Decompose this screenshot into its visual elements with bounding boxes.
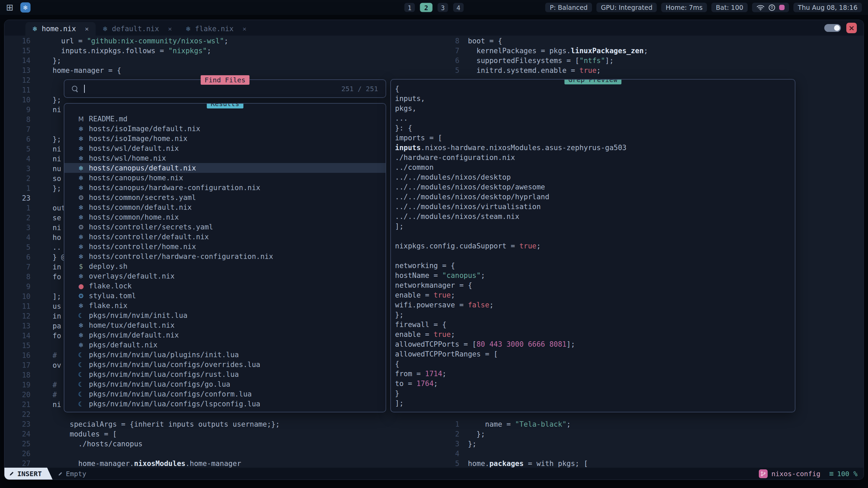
code-line: 26: [4, 449, 280, 459]
code-line: to = 1764;: [395, 379, 795, 389]
line-number: 8: [4, 115, 31, 125]
nix-file-icon: ❄: [77, 204, 85, 211]
tray-indicator-icon[interactable]: [779, 5, 785, 10]
nix-file-icon: ❄: [185, 25, 191, 33]
line-number: 5: [4, 144, 31, 154]
result-item[interactable]: ❄hosts/isoImage/default.nix: [64, 124, 386, 134]
result-item[interactable]: ☾pkgs/nvim/nvim/lua/plugins/init.lua: [64, 350, 386, 360]
code-line: 23 specialArgs = {inherit inputs outputs…: [4, 420, 280, 429]
nix-logo-icon[interactable]: ❄: [20, 2, 31, 13]
tab-label: home.nix: [42, 25, 76, 33]
line-number: 15: [4, 341, 31, 351]
clock[interactable]: Thu Aug 08, 18:16: [793, 3, 862, 12]
result-item[interactable]: ⚙hosts/common/secrets.yaml: [64, 192, 386, 202]
workspace-button-1[interactable]: 1: [405, 3, 415, 12]
editor-area: 16 url = "github:nix-community/nixos-wsl…: [4, 36, 864, 468]
editor-pane-right-top[interactable]: 8boot = {7 kernelPackages = pkgs.linuxPa…: [442, 36, 648, 76]
result-item[interactable]: ❄hosts/controller/hardware-configuration…: [64, 251, 386, 261]
code-line: imports = [: [395, 133, 795, 143]
code-line: 16 url = "github:nix-community/nixos-wsl…: [4, 36, 280, 46]
result-item[interactable]: ⚙hosts/controller/secrets.yaml: [64, 222, 386, 232]
window-close-button[interactable]: ×: [846, 23, 857, 33]
result-item[interactable]: ❄hosts/common/default.nix: [64, 202, 386, 212]
pencil-icon: [9, 471, 14, 476]
result-item[interactable]: ●flake.lock: [64, 281, 386, 291]
result-item[interactable]: ☾pkgs/nvim/nvim/lua/configs/lspconfig.lu…: [64, 399, 386, 409]
wifi-icon[interactable]: [756, 4, 765, 11]
lock-file-icon: ●: [77, 282, 85, 290]
result-item[interactable]: ❄hosts/controller/default.nix: [64, 232, 386, 242]
workspace-button-2[interactable]: 2: [420, 3, 433, 12]
topbar-right: P: Balanced GPU: Integrated Home: 7ms Ba…: [545, 3, 862, 12]
repo-name: nixos-config: [771, 470, 821, 478]
result-item[interactable]: ☾pkgs/nvim/nvim/lua/configs/rust.lua: [64, 369, 386, 379]
line-number: 27: [4, 459, 31, 468]
result-item[interactable]: ☾pkgs/nvim/nvim/lua/configs/overrides.lu…: [64, 360, 386, 369]
code-line: [395, 231, 795, 241]
code-line: ../../modules/nixos/desktop/hyprland: [395, 192, 795, 202]
result-item[interactable]: ❄pkgs/nvim/default.nix: [64, 330, 386, 340]
result-item[interactable]: ❄flake.nix: [64, 301, 386, 310]
md-file-icon: M: [77, 115, 85, 123]
desktop: ⊞ ❄ 1 2 3 4 P: Balanced GPU: Integrated …: [0, 0, 868, 488]
tab-flake-nix[interactable]: ❄ flake.nix ×: [179, 22, 253, 36]
workspace-switcher: 1 2 3 4: [405, 3, 464, 12]
file-name: overlays/default.nix: [89, 272, 175, 280]
file-name: hosts/controller/default.nix: [89, 233, 209, 241]
tab-close-icon[interactable]: ×: [85, 25, 89, 33]
result-item[interactable]: ❄overlays/default.nix: [64, 271, 386, 281]
lua-file-icon: ☾: [77, 400, 85, 408]
toggle-button[interactable]: [824, 24, 841, 32]
tab-default-nix[interactable]: ❄ default.nix ×: [96, 22, 179, 36]
file-name: hosts/controller/home.nix: [89, 243, 196, 251]
apps-menu-icon[interactable]: ⊞: [6, 3, 14, 12]
code-line: 1 name = "Tela-black";: [442, 420, 588, 429]
topbar-left: ⊞ ❄: [6, 2, 31, 13]
line-number: 6: [4, 135, 31, 144]
file-name: hosts/common/home.nix: [89, 213, 179, 221]
file-name: pkgs/nvim/nvim/lua/plugins/init.lua: [89, 351, 239, 359]
result-item[interactable]: ❄hosts/canopus/default.nix: [64, 163, 386, 173]
workspace-button-4[interactable]: 4: [453, 3, 464, 12]
code-line: ./hardware-configuration.nix: [395, 153, 795, 163]
result-item[interactable]: ☾pkgs/nvim/nvim/lua/configs/conform.lua: [64, 389, 386, 399]
tab-close-icon[interactable]: ×: [242, 25, 246, 33]
tabline-controls: ×: [824, 20, 864, 36]
nix-file-icon: ❄: [77, 253, 85, 260]
workspace-button-3[interactable]: 3: [438, 3, 448, 12]
line-number: 22: [4, 410, 31, 420]
editor-pane-right-bottom[interactable]: 1 name = "Tela-black";2 };3};45home.pack…: [442, 420, 588, 468]
tab-home-nix[interactable]: ❄ home.nix ×: [25, 22, 96, 36]
result-item[interactable]: ❄hosts/wsl/default.nix: [64, 143, 386, 153]
result-item[interactable]: ❄hosts/canopus/hardware-configuration.ni…: [64, 183, 386, 192]
terminal-window: ❄ home.nix × ❄ default.nix × ❄ flake.nix…: [4, 20, 864, 480]
result-item[interactable]: ☾pkgs/nvim/nvim/lua/configs/go.lua: [64, 379, 386, 389]
result-item[interactable]: ❄hosts/isoImage/home.nix: [64, 134, 386, 143]
line-number: 5: [442, 66, 459, 76]
line-number: 12: [4, 76, 31, 85]
pencil-icon: [58, 471, 63, 476]
line-number: 1: [4, 203, 31, 213]
result-item[interactable]: ⚙stylua.toml: [64, 291, 386, 301]
nix-file-icon: ❄: [77, 322, 85, 329]
notification-count[interactable]: 0: [769, 4, 775, 11]
result-item[interactable]: ❄home/tux/default.nix: [64, 320, 386, 330]
code-line: nixpkgs.config.cudaSupport = true;: [395, 241, 795, 251]
tab-close-icon[interactable]: ×: [168, 25, 172, 33]
result-item[interactable]: ❄hosts/controller/home.nix: [64, 242, 386, 251]
powerline-separator: [47, 468, 53, 480]
yaml-file-icon: ⚙: [77, 194, 85, 201]
result-item[interactable]: $deploy.sh: [64, 261, 386, 271]
code-line: }: [395, 389, 795, 399]
file-name: hosts/isoImage/home.nix: [89, 135, 188, 143]
code-line: from = 1714;: [395, 369, 795, 379]
line-number: 15: [4, 46, 31, 56]
result-item[interactable]: ❄hosts/wsl/home.nix: [64, 153, 386, 163]
file-name: pkgs/default.nix: [89, 341, 157, 349]
code-line: 25 ./hosts/canopus: [4, 439, 280, 449]
result-item[interactable]: ❄hosts/canopus/home.nix: [64, 173, 386, 183]
result-item[interactable]: ☾pkgs/nvim/nvim/init.lua: [64, 310, 386, 320]
result-item[interactable]: ❄hosts/common/home.nix: [64, 212, 386, 222]
result-item[interactable]: MREADME.md: [64, 114, 386, 124]
result-item[interactable]: ❄pkgs/default.nix: [64, 340, 386, 350]
